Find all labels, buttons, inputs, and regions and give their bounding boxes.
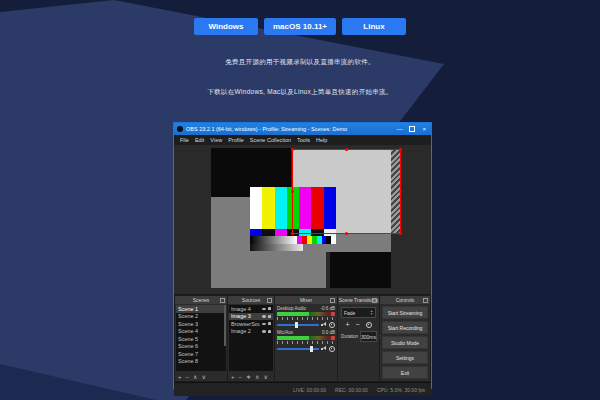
controls-dock: Controls Start StreamingStart RecordingS…	[380, 296, 430, 381]
menu-item[interactable]: Profile	[225, 137, 247, 143]
scene-list-item[interactable]: Scene 7	[176, 350, 226, 358]
scene-list-item[interactable]: Scene 3	[176, 320, 226, 328]
gear-icon[interactable]	[329, 346, 335, 352]
source-list-item[interactable]: Image 3	[229, 313, 273, 321]
sources-toolbar-icon[interactable]: −	[239, 374, 243, 380]
volume-slider[interactable]	[277, 348, 319, 350]
duration-value: 300ms	[361, 334, 376, 340]
sources-toolbar-icon[interactable]: ∧	[255, 373, 259, 380]
volume-slider[interactable]	[277, 324, 319, 326]
scene-list-item[interactable]: Scene 1	[176, 305, 226, 313]
download-button[interactable]: macOS 10.11+	[264, 18, 336, 35]
scenes-dock: Scenes Scene 1 Scene 2 Scene 3 Scene 4 S…	[175, 296, 227, 381]
control-button[interactable]: Exit	[382, 366, 428, 379]
source-list-item[interactable]: Image 4	[229, 305, 273, 313]
mixer-dock: Mixer Desktop Audio -0.6 dB Mic/Aux 0.0 …	[275, 296, 337, 381]
scene-list-item[interactable]: Scene 5	[176, 335, 226, 343]
scene-list-item[interactable]: Scene 8	[176, 358, 226, 366]
audio-level-meter	[277, 336, 335, 340]
sources-toolbar-icon[interactable]: ∗	[246, 373, 251, 380]
control-button[interactable]: Studio Mode	[382, 336, 428, 349]
remove-transition-button[interactable]: −	[356, 321, 360, 328]
mixer-dock-title: Mixer	[300, 297, 312, 303]
lock-icon[interactable]	[268, 322, 271, 325]
close-icon[interactable]: ×	[422, 126, 426, 132]
duration-spinbox[interactable]: 300ms	[360, 331, 377, 342]
lock-icon[interactable]	[268, 330, 271, 333]
selection-bounding-box[interactable]	[292, 149, 401, 234]
download-button[interactable]: Windows	[194, 18, 258, 35]
control-button[interactable]: Start Recording	[382, 321, 428, 334]
window-title: OBS 23.2.1 (64-bit, windows) - Profile: …	[186, 126, 396, 132]
duration-label: Duration	[341, 334, 358, 339]
sources-toolbar-icon[interactable]: +	[231, 374, 235, 380]
transition-select[interactable]: Fade ▲▼	[341, 307, 376, 318]
scene-list-item[interactable]: Scene 6	[176, 343, 226, 351]
resize-handle[interactable]	[345, 232, 348, 235]
color-bars-bottom-row	[250, 244, 336, 251]
visibility-eye-icon[interactable]	[262, 308, 266, 311]
visibility-eye-icon[interactable]	[262, 315, 266, 318]
dock-popout-icon[interactable]	[330, 298, 335, 303]
channel-db: 0.0 dB	[322, 330, 335, 335]
transition-gear-icon[interactable]	[366, 322, 372, 328]
audio-level-meter	[277, 312, 335, 316]
preview-canvas[interactable]	[174, 145, 431, 295]
scene-source-black-bottomright[interactable]	[330, 252, 391, 288]
chevron-updown-icon: ▲▼	[370, 310, 373, 316]
menu-item[interactable]: Help	[313, 137, 330, 143]
menu-item[interactable]: File	[177, 137, 192, 143]
control-button[interactable]: Settings	[382, 351, 428, 364]
resize-handle[interactable]	[291, 190, 294, 193]
source-list-item[interactable]: Image 2	[229, 328, 273, 336]
gear-icon[interactable]	[329, 322, 335, 328]
visibility-eye-icon[interactable]	[262, 323, 266, 326]
meter-ticks	[277, 341, 335, 344]
color-bars-gradient-row	[250, 236, 336, 244]
menu-item[interactable]: Tools	[294, 137, 313, 143]
controls-dock-title: Controls	[396, 297, 415, 303]
dock-popout-icon[interactable]	[267, 298, 272, 303]
speaker-icon[interactable]	[321, 322, 327, 328]
resize-handle[interactable]	[399, 232, 402, 235]
maximize-icon[interactable]	[409, 126, 415, 132]
dock-popout-icon[interactable]	[372, 298, 377, 303]
dock-popout-icon[interactable]	[220, 298, 225, 303]
menu-item[interactable]: Edit	[192, 137, 207, 143]
visibility-eye-icon[interactable]	[262, 330, 266, 333]
scenes-list: Scene 1 Scene 2 Scene 3 Scene 4 Scene 5 …	[176, 305, 226, 371]
menu-item[interactable]: Scene Collection	[247, 137, 294, 143]
resize-handle[interactable]	[399, 190, 402, 193]
resize-handle[interactable]	[291, 148, 294, 151]
resize-handle[interactable]	[345, 148, 348, 151]
control-button[interactable]: Start Streaming	[382, 306, 428, 319]
minimize-icon[interactable]: —	[396, 126, 402, 132]
download-button[interactable]: Linux	[342, 18, 406, 35]
window-titlebar[interactable]: OBS 23.2.1 (64-bit, windows) - Profile: …	[174, 123, 431, 135]
lock-icon[interactable]	[268, 307, 271, 310]
resize-handle[interactable]	[399, 148, 402, 151]
grayscale-gradient	[250, 236, 297, 244]
controls-buttons: Start StreamingStart RecordingStudio Mod…	[380, 304, 430, 381]
dock-popout-icon[interactable]	[423, 298, 428, 303]
sources-toolbar-icon[interactable]: ∨	[263, 373, 267, 380]
scenes-scrollbar[interactable]	[224, 305, 226, 346]
scenes-toolbar-icon[interactable]: ∧	[193, 373, 197, 380]
speaker-icon[interactable]	[321, 346, 327, 352]
slider-knob[interactable]	[310, 346, 313, 352]
scenes-toolbar-icon[interactable]: −	[186, 374, 190, 380]
menu-item[interactable]: View	[207, 137, 225, 143]
add-transition-button[interactable]: +	[345, 321, 349, 328]
sources-list: Image 4 Image 3 BrowserSource Image 2	[229, 305, 273, 371]
scene-list-item[interactable]: Scene 2	[176, 313, 226, 321]
lock-icon[interactable]	[268, 315, 271, 318]
scene-list-item[interactable]: Scene 4	[176, 328, 226, 336]
scenes-toolbar-icon[interactable]: ∨	[201, 373, 205, 380]
slider-knob[interactable]	[295, 322, 298, 328]
sources-dock-title: Sources	[242, 297, 260, 303]
resize-handle[interactable]	[291, 232, 294, 235]
mini-color-strip	[297, 236, 336, 244]
menu-bar: FileEditViewProfileScene CollectionTools…	[174, 135, 431, 145]
source-list-item[interactable]: BrowserSource	[229, 320, 273, 328]
scenes-toolbar-icon[interactable]: +	[178, 374, 182, 380]
